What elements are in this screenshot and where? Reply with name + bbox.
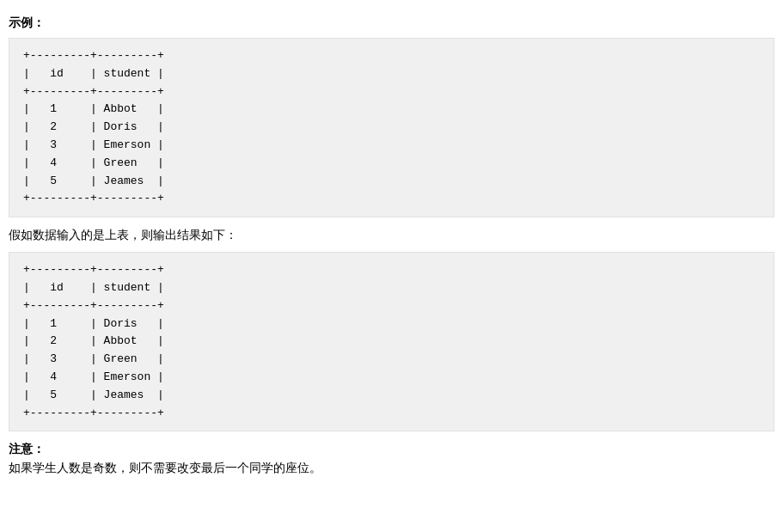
table1-content: +---------+---------+ | id | student | +…	[23, 47, 760, 208]
note-label: 注意：	[9, 442, 774, 457]
note-text: 如果学生人数是奇数，则不需要改变最后一个同学的座位。	[9, 461, 774, 476]
desc-text: 假如数据输入的是上表，则输出结果如下：	[9, 228, 774, 243]
table1-box: +---------+---------+ | id | student | +…	[9, 38, 774, 217]
table2-box: +---------+---------+ | id | student | +…	[9, 252, 774, 431]
note-section: 注意： 如果学生人数是奇数，则不需要改变最后一个同学的座位。	[9, 442, 774, 476]
table2-content: +---------+---------+ | id | student | +…	[23, 261, 760, 422]
example-label: 示例：	[9, 15, 774, 31]
